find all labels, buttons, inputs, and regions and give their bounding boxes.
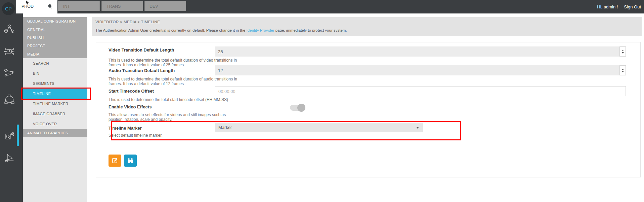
page-header-panel: VIDIEDITOR > MEDIA > TIMELINE The Authen… <box>92 17 642 36</box>
video-transition-length-field <box>215 46 626 57</box>
field-desc-timeline-marker: Select default timeline marker. <box>109 133 163 138</box>
active-rail-indicator <box>17 125 19 146</box>
field-desc-enable-video-effects: This allows users to set effects for vid… <box>109 112 238 122</box>
identity-provider-link[interactable]: Identity Provider <box>246 28 274 32</box>
field-desc-audio-transition: This is used to determine the total defa… <box>109 77 238 86</box>
sidebar-bottom-group: ANIMATED GRAPHICS <box>23 129 87 137</box>
video-transition-length-input[interactable] <box>215 46 619 57</box>
audio-transition-length-input[interactable] <box>215 65 619 75</box>
find-button[interactable] <box>124 155 137 167</box>
notice-text-before: The Authentication Admin User credential… <box>95 28 246 32</box>
toggle-knob <box>297 104 305 112</box>
number-stepper[interactable] <box>619 46 626 57</box>
tab-dev-label: DEV <box>149 4 158 9</box>
sidebar-item-project[interactable]: PROJECT <box>23 42 87 50</box>
field-label-timeline-marker: Timeline Marker <box>109 126 209 131</box>
timeline-marker-select[interactable]: Marker <box>215 123 423 132</box>
greeting-text: Hi, admin ! <box>597 4 618 9</box>
sidebar-top-group: GLOBAL CONFIGURATION GENERAL PUBLISH PRO… <box>23 17 87 58</box>
edit-icon <box>112 157 118 164</box>
enable-video-effects-toggle[interactable] <box>290 104 305 112</box>
number-stepper[interactable] <box>619 65 626 75</box>
sidebar-item-publish[interactable]: PUBLISH <box>23 34 87 42</box>
sidebar-item-media[interactable]: MEDIA <box>23 50 87 58</box>
mouse-cursor <box>26 0 30 5</box>
sidebar: GLOBAL CONFIGURATION GENERAL PUBLISH PRO… <box>23 17 87 202</box>
timeline-marker-selected-value: Marker <box>218 123 232 132</box>
sign-out-link[interactable]: Sign Out <box>624 4 641 9</box>
sidebar-item-timeline-marker[interactable]: TIMELINE MARKER <box>23 99 87 109</box>
notice-bar: The Authentication Admin User credential… <box>95 28 347 32</box>
top-bar: PROD INT TRANS DEV Hi, admin ! Sign Out <box>0 0 644 13</box>
edit-button[interactable] <box>109 155 121 167</box>
tab-trans[interactable]: TRANS <box>101 1 143 11</box>
workflow-icon[interactable] <box>4 68 15 79</box>
sidebar-item-global-configuration[interactable]: GLOBAL CONFIGURATION <box>23 17 87 25</box>
sidebar-item-segments[interactable]: SEGMENTS <box>23 78 87 89</box>
tab-int-label: INT <box>63 4 70 9</box>
icon-rail <box>0 13 23 202</box>
field-label-video-transition: Video Transition Default Length <box>109 47 209 53</box>
video-editor-icon[interactable] <box>4 130 15 141</box>
sidebar-item-general[interactable]: GENERAL <box>23 25 87 33</box>
settings-form-card: Video Transition Default Length This is … <box>96 42 641 177</box>
content-cycle-icon[interactable] <box>4 94 15 105</box>
binoculars-icon <box>127 157 134 164</box>
sidebar-item-voice-over[interactable]: VOICE OVER <box>23 119 87 129</box>
tab-prod[interactable]: PROD <box>16 0 57 13</box>
sidebar-item-timeline[interactable]: TIMELINE <box>23 89 87 99</box>
breadcrumb: VIDIEDITOR > MEDIA > TIMELINE <box>95 20 160 24</box>
sidebar-item-image-grabber[interactable]: IMAGE GRABBER <box>23 109 87 119</box>
notice-text-after: page, immediately to protect your system… <box>274 28 347 32</box>
avatar[interactable]: CP <box>2 2 15 15</box>
sidebar-item-search[interactable]: SEARCH <box>23 58 87 68</box>
chevron-down-icon <box>416 127 419 129</box>
modules-icon[interactable] <box>4 24 15 35</box>
interactive-service-icon[interactable] <box>4 45 15 57</box>
start-timecode-offset-input[interactable] <box>215 86 626 96</box>
tab-int[interactable]: INT <box>58 1 100 11</box>
app-root: PROD INT TRANS DEV Hi, admin ! Sign Out <box>0 0 644 202</box>
tab-trans-label: TRANS <box>106 4 121 9</box>
plug-icon <box>47 4 53 9</box>
graphics-tool-icon[interactable] <box>4 152 15 163</box>
sidebar-item-bin[interactable]: BIN <box>23 68 87 78</box>
field-label-audio-transition: Audio Transition Default Length <box>109 68 209 73</box>
sidebar-sub-group: SEARCH BIN SEGMENTS TIMELINE TIMELINE MA… <box>23 58 87 129</box>
field-label-start-timecode: Start Timecode Offset <box>109 89 209 94</box>
field-label-enable-video-effects: Enable Video Effects <box>109 104 209 109</box>
audio-transition-length-field <box>215 65 626 75</box>
user-box: Hi, admin ! Sign Out <box>597 0 641 13</box>
sidebar-item-animated-graphics[interactable]: ANIMATED GRAPHICS <box>23 129 87 137</box>
tab-dev[interactable]: DEV <box>144 1 186 11</box>
field-desc-start-timecode: This is used to determine the total star… <box>109 97 228 102</box>
